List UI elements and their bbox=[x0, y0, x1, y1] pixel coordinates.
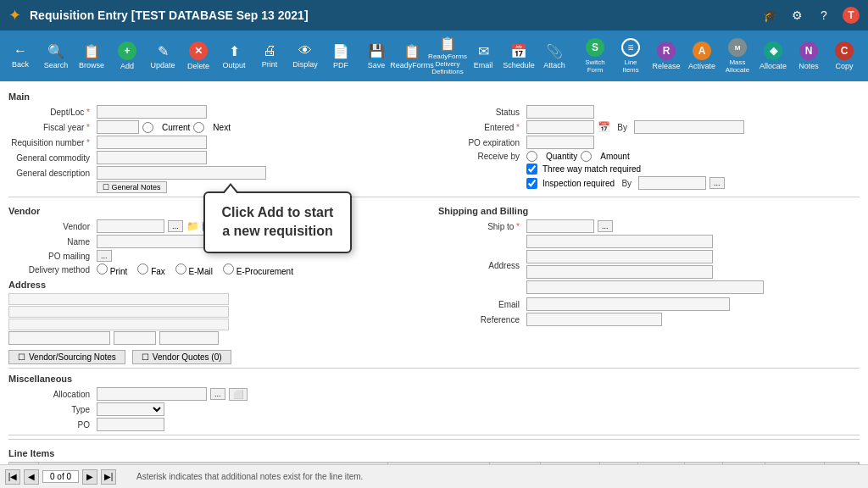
add-button[interactable]: + Add bbox=[110, 38, 144, 74]
fiscal-current-radio[interactable]: Current bbox=[142, 122, 190, 133]
delivery-eprocurement[interactable]: E-Procurement bbox=[223, 263, 293, 276]
vendor-folder-icon[interactable]: 📁 bbox=[186, 220, 199, 232]
switch-form-button[interactable]: S Switch Form bbox=[578, 35, 612, 77]
menu-button[interactable]: ☰ Menu bbox=[863, 40, 868, 73]
footer-note: Asterisk indicates that additional notes… bbox=[136, 472, 363, 481]
ship-address-line1[interactable] bbox=[526, 235, 713, 248]
address-city-row bbox=[8, 331, 430, 345]
by-label: By bbox=[614, 123, 631, 132]
prev-page-button[interactable]: ◀ bbox=[24, 469, 39, 485]
delivery-label: ReadyForms Delivery Definitions bbox=[428, 53, 467, 75]
amount-radio[interactable]: Amount bbox=[581, 151, 629, 162]
address-section-header: Address bbox=[8, 280, 430, 290]
activate-button[interactable]: A Activate bbox=[685, 38, 719, 74]
update-button[interactable]: ✎ Update bbox=[146, 40, 180, 73]
allocate-button[interactable]: ◈ Allocate bbox=[756, 38, 790, 74]
attach-button[interactable]: 📎 Attach bbox=[537, 40, 571, 73]
ship-address-line3[interactable] bbox=[526, 265, 713, 279]
allocation-extra-button[interactable]: ⬜ bbox=[229, 388, 248, 401]
ship-to-lookup-button[interactable]: ... bbox=[598, 220, 613, 232]
type-select[interactable] bbox=[97, 402, 164, 416]
browse-button[interactable]: 📋 Browse bbox=[75, 40, 108, 73]
status-input[interactable] bbox=[526, 105, 594, 119]
calendar-icon[interactable]: 📅 bbox=[598, 121, 610, 133]
settings-icon[interactable]: ⚙ bbox=[788, 7, 805, 24]
ship-address-line2[interactable] bbox=[526, 250, 713, 263]
inspection-by-input[interactable] bbox=[638, 176, 706, 190]
three-way-checkbox[interactable]: Three way match required bbox=[526, 164, 641, 175]
address-zip-input[interactable] bbox=[159, 331, 219, 345]
help-cap-icon[interactable]: 🎓 bbox=[761, 7, 778, 24]
po-expiration-input[interactable] bbox=[526, 136, 594, 149]
inspection-by-lookup-button[interactable]: ... bbox=[709, 177, 725, 189]
ship-reference-input[interactable] bbox=[526, 313, 662, 326]
save-button[interactable]: 💾 Save bbox=[359, 40, 393, 73]
delete-button[interactable]: ✕ Delete bbox=[181, 38, 215, 74]
address-line3-input[interactable] bbox=[8, 319, 229, 330]
readyforms-button[interactable]: 📋 ReadyForms bbox=[395, 40, 429, 73]
po-mailing-lookup-button[interactable]: ... bbox=[97, 250, 112, 262]
amount-label: Amount bbox=[600, 152, 629, 161]
inspection-checkbox[interactable]: Inspection required bbox=[526, 178, 615, 189]
last-page-button[interactable]: ▶| bbox=[101, 469, 116, 485]
address-line1-input[interactable] bbox=[8, 293, 229, 305]
entered-input[interactable] bbox=[526, 120, 594, 134]
address-state-input[interactable] bbox=[114, 331, 156, 345]
vendor-shipping-panel: Vendor Vendor ... 📁 Committed Name bbox=[8, 201, 860, 364]
general-description-input[interactable] bbox=[97, 166, 266, 180]
vendor-lookup-button[interactable]: ... bbox=[168, 220, 183, 232]
general-commodity-input[interactable] bbox=[97, 151, 207, 164]
delivery-email[interactable]: E-Mail bbox=[175, 263, 213, 276]
fiscal-next-radio[interactable]: Next bbox=[193, 122, 231, 133]
allocation-input[interactable] bbox=[97, 387, 207, 401]
address-block bbox=[8, 293, 430, 345]
allocation-lookup-button[interactable]: ... bbox=[210, 388, 225, 400]
quantity-radio[interactable]: Quantity bbox=[526, 151, 577, 162]
back-label: Back bbox=[12, 60, 29, 69]
output-icon: ⬆ bbox=[229, 43, 240, 59]
display-button[interactable]: 👁 Display bbox=[288, 40, 322, 72]
general-notes-button[interactable]: ☐ General Notes bbox=[97, 181, 167, 193]
release-button[interactable]: R Release bbox=[649, 38, 683, 74]
general-description-row: General description bbox=[8, 166, 430, 180]
vendor-quotes-tab[interactable]: ☐ Vendor Quotes (0) bbox=[132, 350, 231, 364]
delivery-button[interactable]: 📋 ReadyForms Delivery Definitions bbox=[431, 32, 465, 79]
search-button[interactable]: 🔍 Search bbox=[39, 40, 73, 73]
by-input[interactable] bbox=[634, 120, 744, 134]
pdf-button[interactable]: 📄 PDF bbox=[324, 40, 358, 73]
question-icon[interactable]: ? bbox=[815, 7, 832, 24]
po-label: PO bbox=[8, 420, 93, 430]
line-items-divider bbox=[8, 435, 860, 435]
po-input[interactable] bbox=[97, 418, 164, 431]
delivery-print[interactable]: Print bbox=[97, 263, 127, 276]
back-button[interactable]: ← Back bbox=[3, 40, 37, 72]
copy-button[interactable]: C Copy bbox=[827, 38, 861, 74]
dept-loc-input[interactable] bbox=[97, 105, 207, 119]
vendor-input[interactable] bbox=[97, 219, 164, 233]
ship-address-block bbox=[526, 235, 764, 296]
notes-button[interactable]: N Notes bbox=[792, 38, 826, 74]
readyforms-icon: 📋 bbox=[403, 43, 420, 59]
vendor-sourcing-tab[interactable]: ☐ Vendor/Sourcing Notes bbox=[8, 350, 125, 364]
output-button[interactable]: ⬆ Output bbox=[217, 40, 251, 73]
user-avatar[interactable]: T bbox=[843, 7, 860, 24]
ship-email-input[interactable] bbox=[526, 297, 730, 311]
delivery-method-row: Delivery method Print Fax E-Mail E-Procu… bbox=[8, 263, 430, 276]
next-page-button[interactable]: ▶ bbox=[82, 469, 97, 485]
search-label: Search bbox=[44, 61, 69, 69]
line-items-button[interactable]: ≡ Line Items bbox=[614, 35, 648, 77]
fiscal-year-row: Fiscal year * Current Next bbox=[8, 120, 430, 134]
schedule-button[interactable]: 📅 Schedule bbox=[502, 40, 536, 73]
delivery-fax[interactable]: Fax bbox=[137, 263, 164, 276]
req-number-input[interactable] bbox=[97, 136, 207, 149]
mass-allocate-button[interactable]: M Mass Allocate bbox=[721, 35, 754, 77]
email-button[interactable]: ✉ Email bbox=[466, 40, 500, 73]
address-line2-input[interactable] bbox=[8, 306, 229, 318]
fiscal-year-input[interactable] bbox=[97, 120, 139, 134]
general-commodity-row: General commodity bbox=[8, 151, 430, 164]
print-button[interactable]: 🖨 Print bbox=[253, 40, 287, 72]
address-city-input[interactable] bbox=[8, 331, 110, 345]
ship-address-line4[interactable] bbox=[526, 280, 764, 294]
first-page-button[interactable]: |◀ bbox=[5, 469, 20, 485]
ship-to-input[interactable] bbox=[526, 219, 594, 233]
